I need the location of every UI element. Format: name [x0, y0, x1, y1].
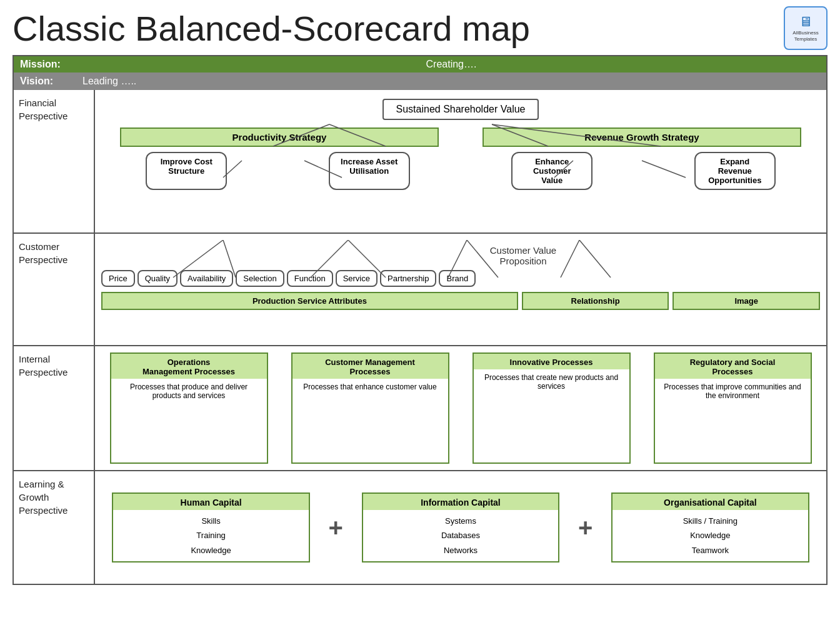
prod-service-bar: Production Service Attributes — [101, 292, 518, 310]
lg-content: Human Capital Skills Training Knowledge … — [95, 471, 826, 584]
capital-item-skills: Skills — [117, 514, 304, 528]
attr-selection: Selection — [236, 270, 284, 287]
sub-box-increase-asset: Increase Asset Utilisation — [329, 152, 410, 190]
capital-box-2: Organisational Capital Skills / Training… — [611, 492, 809, 562]
lg-label: Learning & Growth Perspective — [14, 471, 95, 584]
sub-box-expand-revenue: Expand Revenue Opportunities — [694, 152, 776, 190]
mission-row: Mission: Creating…. — [14, 56, 826, 73]
plus-1: + — [329, 514, 343, 542]
capital-item-teamwork: Teamwork — [616, 543, 804, 558]
revenue-strategy-box: Revenue Growth Strategy — [482, 128, 801, 147]
logo-icon: 🖥 — [799, 14, 812, 30]
attr-function: Function — [287, 270, 333, 287]
header: Classic Balanced-Scorecard map 🖥 AllBusi… — [12, 6, 828, 50]
capital-header-0: Human Capital — [113, 494, 308, 510]
mission-value: Creating…. — [82, 59, 820, 70]
capital-items-2: Skills / Training Knowledge Teamwork — [612, 510, 808, 561]
capital-item-systems: Systems — [367, 514, 554, 528]
vision-row: Vision: Leading ….. — [14, 73, 826, 90]
capital-item-networks: Networks — [367, 543, 554, 558]
capital-box-1: Information Capital Systems Databases Ne… — [362, 492, 559, 562]
vision-label: Vision: — [20, 76, 82, 87]
process-desc-2: Processes that create new products and s… — [474, 369, 629, 462]
lg-section: Learning & Growth Perspective Human Capi… — [14, 471, 826, 584]
process-header-0: Operations Management Processes — [139, 354, 239, 379]
cvp-label: Customer ValueProposition — [490, 245, 556, 266]
attr-availability: Availability — [180, 270, 233, 287]
attr-bars-row: Production Service Attributes Relationsh… — [101, 292, 820, 310]
process-desc-0: Processes that produce and deliver produ… — [111, 379, 267, 462]
ssv-box: Sustained Shareholder Value — [382, 99, 539, 120]
vision-value: Leading ….. — [82, 76, 820, 87]
capital-item-knowledge: Knowledge — [117, 543, 304, 558]
capital-item-databases: Databases — [367, 528, 554, 542]
financial-content: Sustained Shareholder Value Productivity… — [95, 90, 826, 232]
process-box-0: Operations Management Processes Processe… — [110, 352, 268, 464]
sub-box-improve-cost: Improve Cost Structure — [146, 152, 227, 190]
customer-section: Customer Perspective — [14, 234, 826, 346]
process-box-1: Customer Management Processes Processes … — [291, 352, 449, 464]
plus-2: + — [578, 514, 592, 542]
internal-content: Operations Management Processes Processe… — [95, 346, 826, 470]
image-bar: Image — [672, 292, 820, 310]
relationship-bar: Relationship — [522, 292, 669, 310]
attr-brand: Brand — [439, 270, 476, 287]
process-box-2: Innovative Processes Processes that crea… — [472, 352, 631, 464]
capital-header-1: Information Capital — [363, 494, 558, 510]
productivity-strategy-box: Productivity Strategy — [120, 128, 439, 147]
attr-service: Service — [336, 270, 378, 287]
financial-wrapper: Sustained Shareholder Value Productivity… — [98, 96, 823, 190]
process-header-2: Innovative Processes — [506, 354, 597, 369]
capital-items-1: Systems Databases Networks — [363, 510, 558, 561]
capital-items-0: Skills Training Knowledge — [113, 510, 308, 561]
sub-box-enhance-customer: Enhance Customer Value — [511, 152, 592, 190]
page: Classic Balanced-Scorecard map 🖥 AllBusi… — [0, 0, 840, 591]
internal-section: Internal Perspective Operations Manageme… — [14, 346, 826, 471]
diagram: Mission: Creating…. Vision: Leading ….. … — [12, 55, 828, 585]
capital-box-0: Human Capital Skills Training Knowledge — [112, 492, 309, 562]
mission-label: Mission: — [20, 59, 82, 70]
financial-layout: Sustained Shareholder Value Productivity… — [98, 96, 823, 190]
capital-item-training: Training — [117, 528, 304, 542]
process-header-3: Regulatory and Social Processes — [686, 354, 779, 379]
capital-header-2: Organisational Capital — [612, 494, 808, 510]
customer-wrapper: Customer ValueProposition Price Quality … — [98, 240, 823, 315]
customer-label: Customer Perspective — [14, 234, 95, 345]
attr-price: Price — [101, 270, 135, 287]
sub-boxes-row: Improve Cost Structure Increase Asset Ut… — [98, 152, 823, 190]
capital-item-skills-training: Skills / Training — [616, 514, 804, 528]
attr-quality: Quality — [138, 270, 178, 287]
customer-content: Customer ValueProposition Price Quality … — [95, 234, 826, 345]
internal-label: Internal Perspective — [14, 346, 95, 470]
attribute-row: Price Quality Availability Selection Fun… — [101, 270, 820, 287]
process-header-1: Customer Management Processes — [321, 354, 419, 379]
process-desc-3: Processes that improve communities and t… — [655, 379, 811, 462]
process-desc-1: Processes that enhance customer value — [292, 379, 448, 462]
process-box-3: Regulatory and Social Processes Processe… — [654, 352, 812, 464]
page-title: Classic Balanced-Scorecard map — [12, 8, 530, 49]
financial-label: Financial Perspective — [14, 90, 95, 232]
capital-item-knowledge2: Knowledge — [616, 528, 804, 542]
logo: 🖥 AllBusiness Templates — [784, 6, 828, 50]
customer-layout: Customer ValueProposition Price Quality … — [98, 240, 823, 315]
logo-label: AllBusiness Templates — [785, 30, 826, 42]
strategy-row: Productivity Strategy Revenue Growth Str… — [98, 128, 823, 147]
attr-partnership: Partnership — [380, 270, 436, 287]
financial-section: Financial Perspective — [14, 90, 826, 234]
